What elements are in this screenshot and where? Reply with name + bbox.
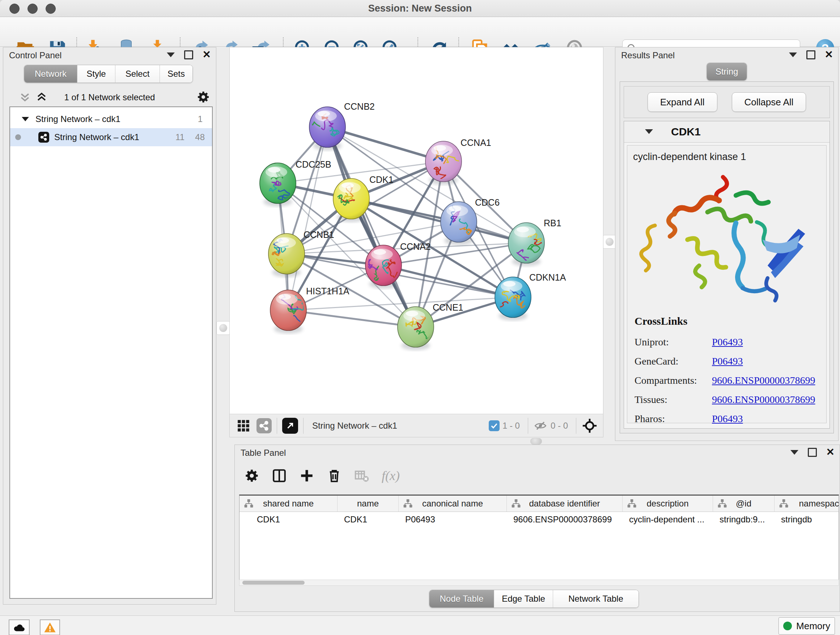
titlebar: Session: New Session [0,0,840,17]
tab-style[interactable]: Style [77,65,115,82]
edge-CCNB2-HIST1H1A[interactable] [288,127,327,310]
column-header-namespace[interactable]: namespace [775,496,839,511]
column-header-shared-name[interactable]: shared name [240,496,338,511]
crosslink-link[interactable]: P06493 [712,356,743,367]
close-panel-icon[interactable]: ✕ [826,447,835,457]
selected-checkbox-icon[interactable] [489,420,500,431]
collection-count: 1 [198,114,202,124]
table-hscrollbar[interactable] [239,580,839,586]
add-column-icon[interactable] [299,468,314,483]
birds-eye-view-icon[interactable] [282,418,298,434]
collapse-panel-icon[interactable] [790,450,798,455]
node-CCNA1[interactable] [425,141,462,185]
right-splitter[interactable] [603,47,615,441]
crosslink-label: Tissues: [635,394,712,405]
cloud-button[interactable] [9,619,30,635]
column-header-description[interactable]: description [622,496,713,511]
crosslink-row: Compartments:9606.ENSP00000378699 [635,371,820,390]
node-HIST1H1A[interactable] [270,290,308,334]
table-settings-gear-icon[interactable] [244,468,259,483]
bottom-splitter-handle[interactable] [531,438,542,445]
crosslinks-block: CrossLinks Uniprot:P06493GeneCard:P06493… [635,315,820,428]
column-header-database-identifier[interactable]: database identifier [507,496,622,511]
table-cell: CDK1 [240,512,338,527]
table-hscrollbar-thumb[interactable] [242,581,305,585]
results-panel: Results Panel ✕ String Expand All Collap… [615,47,838,441]
tab-network-table[interactable]: Network Table [553,590,638,608]
crosslink-link[interactable]: 9606.ENSP00000378699 [712,394,815,405]
network-canvas[interactable]: CCNB2CCNA1CDC25BCDK1CDC6RB1CCNB1CCNA2CDK… [230,48,603,414]
expand-all-button[interactable]: Expand All [647,92,717,112]
show-columns-icon[interactable] [272,468,287,483]
node-CCNB1[interactable] [268,233,305,277]
crosslink-link[interactable]: P06493 [712,336,743,348]
tab-sets[interactable]: Sets [159,65,193,82]
main-toolbar: ? [0,17,840,47]
float-panel-icon[interactable] [808,448,817,457]
edge-CCNB2-CCNE1[interactable] [327,127,416,327]
fit-content-crosshair-icon[interactable] [581,417,598,434]
results-panel-title: Results Panel [621,50,675,60]
protein-structure-image [636,169,818,310]
warnings-button[interactable] [40,619,60,635]
node-CDC6[interactable] [441,202,482,245]
left-splitter-handle[interactable] [216,321,230,335]
crosslink-row: Tissues:9606.ENSP00000378699 [635,390,820,409]
memory-button[interactable]: Memory [778,617,835,635]
right-splitter-handle[interactable] [603,235,616,249]
network-row-selected[interactable]: String Network – cdk1 11 48 [10,128,212,146]
table-cell: P06493 [399,512,507,527]
column-header-@id[interactable]: @id [713,496,775,511]
node-CDC25B[interactable] [260,163,296,207]
node-CCNB2[interactable] [296,107,346,150]
node-CCNA2[interactable] [365,245,401,289]
table-row[interactable]: CDK1CDK1P064939606.ENSP00000378699cyclin… [240,512,838,527]
crosslink-link[interactable]: P06493 [712,413,743,424]
node-CCNE1[interactable] [398,307,434,350]
collapse-all-button[interactable]: Collapse All [732,92,806,112]
network-options-gear-icon[interactable] [196,90,210,104]
hidden-counts: 0 - 0 [551,421,568,431]
network-collection-row[interactable]: String Network – cdk1 1 [10,110,212,128]
namespace-tree-icon [627,499,636,508]
hidden-eye-icon[interactable] [533,420,548,431]
edge-CDK1-RB1[interactable] [351,199,526,243]
namespace-tree-icon [717,499,727,508]
tab-select[interactable]: Select [115,65,159,82]
node-CDK1[interactable] [333,179,369,222]
float-panel-icon[interactable] [806,50,815,59]
cloud-icon [13,622,26,633]
collapse-panel-icon[interactable] [789,52,797,57]
delete-column-trash-icon[interactable] [327,468,342,483]
float-panel-icon[interactable] [184,50,193,59]
function-builder-icon: f(x) [382,468,400,483]
column-header-name[interactable]: name [338,496,399,511]
collapse-panel-icon[interactable] [167,52,175,57]
section-collapse-icon[interactable] [645,129,653,134]
edge-HIST1H1A-CCNE1[interactable] [288,310,416,327]
tree-expand-icon[interactable] [22,117,29,121]
tab-edge-table[interactable]: Edge Table [494,590,553,608]
string-view-icon[interactable] [256,418,272,433]
left-splitter[interactable] [216,47,229,605]
current-network-name: String Network – cdk1 [312,421,397,431]
network-status-bar: String Network – cdk1 1 - 0 0 - 0 [230,414,603,437]
tab-string[interactable]: String [707,63,747,80]
node-label-CCNB1: CCNB1 [303,230,334,240]
network-label: String Network – cdk1 [54,132,139,142]
grid-view-icon[interactable] [235,418,251,434]
node-CDKN1A[interactable] [489,277,531,321]
close-panel-icon[interactable]: ✕ [202,50,211,60]
crosslink-row: GeneCard:P06493 [635,352,820,371]
node-RB1[interactable] [508,223,549,266]
table-cell: stringdb:9... [713,512,775,527]
tab-node-table[interactable]: Node Table [429,590,494,608]
crosslink-link[interactable]: 9606.ENSP00000378699 [712,375,815,386]
close-panel-icon[interactable]: ✕ [825,50,833,60]
app-window: Session: New Session [0,0,840,635]
node-table: shared namenamecanonical namedatabase id… [239,494,839,586]
gene-section: CDK1 cyclin-dependent kinase 1 [624,121,830,429]
column-header-canonical-name[interactable]: canonical name [399,496,507,511]
tab-network[interactable]: Network [24,65,77,82]
table-panel-title: Table Panel [240,448,286,458]
